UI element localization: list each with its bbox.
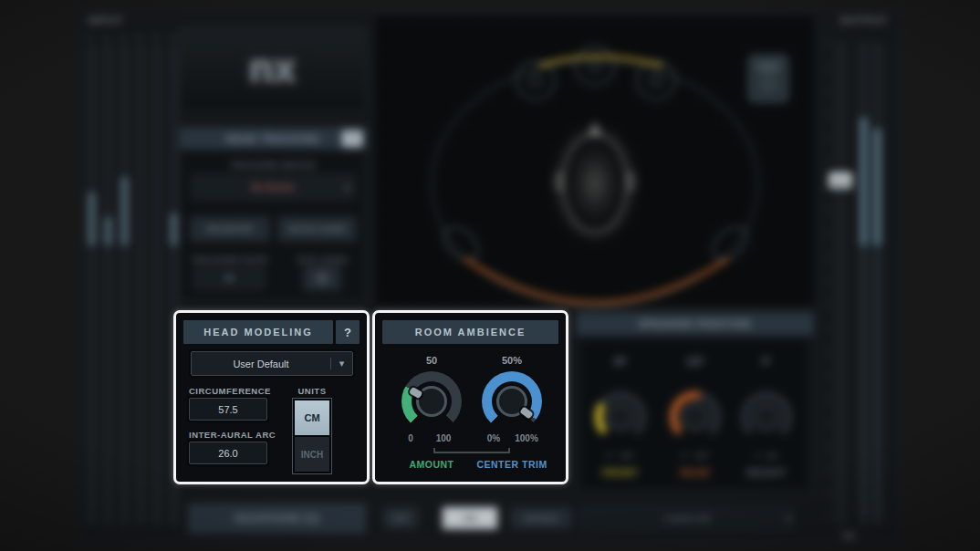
tracking-rate-box[interactable]: 30: [193, 266, 266, 290]
tracking-rate-value: 30: [224, 274, 234, 283]
height-knob-scale: 0 100: [735, 452, 798, 460]
recenter-button[interactable]: RECENTER: [191, 217, 269, 241]
input-meter-track: [104, 45, 112, 525]
amount-max: 100: [430, 433, 457, 443]
room-ambience-panel: ROOM AMBIENCE 50 0 100 50% 0% 100% AMOUN…: [372, 310, 568, 484]
toggle-on-button[interactable]: ON: [442, 506, 498, 530]
circumference-field[interactable]: 57.5: [189, 398, 267, 421]
output-label: OUTPUT: [840, 16, 889, 26]
center-trim-label: CENTER TRIM: [471, 459, 553, 470]
headphone-eq-button[interactable]: HEADPHONE EQ: [188, 504, 366, 534]
speaker-visualization: [373, 14, 816, 307]
camera-icon[interactable]: [748, 55, 788, 102]
output-meter-low: [873, 245, 881, 519]
inter-aural-arc-field[interactable]: 26.0: [189, 442, 267, 464]
rear-knob-label: REAR: [663, 468, 727, 478]
chevron-down-icon: ▾: [330, 358, 352, 369]
speaker-position-header: SPEAKER POSITION: [577, 313, 814, 336]
tracking-rate-label: TRACKING RATE: [180, 255, 280, 265]
inter-aural-arc-label: INTER-AURAL ARC: [189, 430, 276, 440]
eye-level-button[interactable]: [304, 266, 340, 290]
eye-level-label: EYE LEVEL: [287, 255, 360, 265]
toggle-bypass-button[interactable]: BYPASS: [512, 508, 571, 528]
front-knob[interactable]: [595, 391, 646, 442]
front-knob-label: FRONT: [589, 468, 652, 478]
input-meter-bar: [120, 177, 129, 245]
input-meter-track: [88, 45, 96, 525]
tracking-device-dropdown[interactable]: No Device ▾: [191, 173, 356, 201]
unit-inch-button[interactable]: INCH: [295, 437, 329, 472]
input-meter-bar: [88, 192, 96, 245]
output-meter-bar: [860, 118, 868, 245]
head-modeling-title: HEAD MODELING: [183, 320, 333, 344]
front-arc: [540, 57, 662, 66]
eye-level-icon: [317, 273, 328, 284]
eq-preset-dropdown[interactable]: Custom EQ ▾: [578, 504, 797, 533]
toggle-off-button[interactable]: OFF: [384, 508, 417, 528]
input-label: INPUT: [88, 16, 124, 26]
input-meter-ticks: [88, 36, 179, 39]
center-trim-knob[interactable]: [482, 371, 542, 431]
amount-label: AMOUNT: [395, 459, 468, 470]
knob-face: [607, 403, 634, 431]
head-tracking-header: HEAD TRACKING: [180, 128, 367, 150]
head-tracking-panel: HEAD TRACKING ? TRACKING DEVICE No Devic…: [179, 127, 366, 302]
setup-guide-button[interactable]: SETUP GUIDE: [278, 217, 356, 241]
height-knob-value: 0°: [739, 357, 794, 367]
screenshot-root: INPUT nx HEAD TRACKING ? TRACKING DEVICE: [0, 0, 980, 551]
head-preset-value: User Default: [192, 359, 330, 369]
camera-icon-part: [761, 77, 776, 91]
input-meter-bar: [104, 217, 112, 245]
height-knob[interactable]: [741, 391, 792, 442]
output-meter-bar: [873, 129, 881, 245]
help-button[interactable]: ?: [342, 130, 362, 147]
knob-link-bracket: [433, 448, 510, 453]
head-modeling-panel: HEAD MODELING ? User Default ▾ CIRCUMFER…: [173, 310, 370, 484]
units-toggle: CM INCH: [292, 398, 332, 474]
front-knob-scale: 0° 180°: [589, 452, 652, 460]
output-fader-track: [837, 43, 844, 525]
output-fader-handle[interactable]: [829, 172, 852, 189]
rear-arc: [465, 259, 727, 303]
amount-knob[interactable]: [401, 371, 462, 431]
output-scale-ticks: [827, 43, 830, 525]
rear-knob[interactable]: [670, 391, 721, 442]
room-ambience-title: ROOM AMBIENCE: [382, 320, 558, 344]
height-knob-label: HEIGHT: [735, 468, 798, 478]
knob-face: [682, 403, 709, 431]
head-preset-dropdown[interactable]: User Default ▾: [191, 351, 353, 376]
rear-knob-scale: 0° 180°: [663, 452, 727, 460]
input-meter-track: [153, 45, 162, 525]
amount-min: 0: [401, 433, 420, 443]
center-trim-max: 100%: [509, 433, 544, 443]
tracking-device-label: TRACKING DEVICE: [180, 161, 367, 170]
input-meter-bar: [170, 213, 178, 245]
output-readout: 0.0: [829, 531, 869, 540]
knob-face: [753, 403, 780, 431]
tracking-device-value: No Device: [251, 182, 295, 192]
circumference-label: CIRCUMFERENCE: [189, 386, 271, 396]
room-ambience-headerbar: ROOM AMBIENCE: [382, 320, 558, 344]
nx-logo: nx: [180, 46, 365, 91]
chevron-down-icon: ▾: [345, 182, 349, 192]
output-meter-low: [860, 245, 868, 519]
amount-value: 50: [404, 355, 459, 366]
chevron-down-icon: ▾: [786, 514, 790, 524]
logo-box: nx: [179, 28, 366, 112]
unit-cm-button[interactable]: CM: [295, 400, 329, 435]
camera-icon-part: [757, 62, 779, 72]
speaker-position-panel: SPEAKER POSITION 30° 0° 180° FRONT 110° …: [576, 312, 813, 494]
rear-knob-value: 110°: [668, 357, 723, 367]
center-trim-value: 50%: [485, 355, 539, 366]
head-modeling-headerbar: HEAD MODELING ?: [183, 320, 360, 344]
input-meter-track: [137, 45, 145, 525]
center-trim-min: 0%: [482, 433, 506, 443]
help-button[interactable]: ?: [336, 320, 360, 344]
input-meter-track: [120, 45, 129, 525]
front-knob-value: 30°: [593, 357, 648, 367]
eq-preset-value: Custom EQ: [663, 514, 711, 524]
units-label: UNITS: [292, 386, 332, 396]
